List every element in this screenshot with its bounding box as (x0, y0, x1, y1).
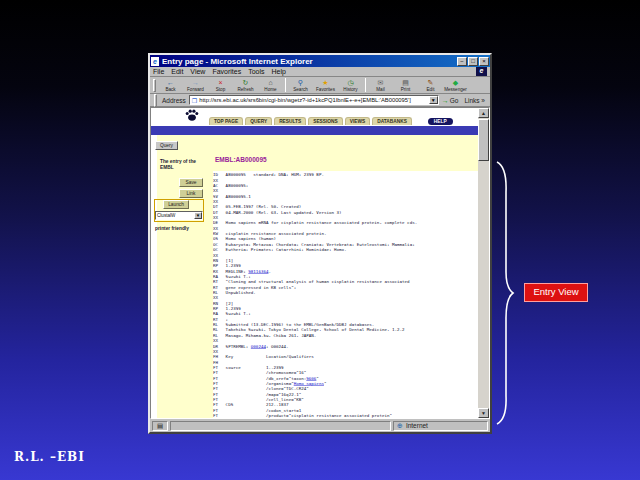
save-button[interactable]: Save (179, 178, 203, 187)
toolbar-button-forward[interactable]: →Forward (183, 77, 208, 93)
header-band (213, 135, 478, 171)
toolbar-button-home[interactable]: ⌂Home (258, 77, 283, 93)
scrollbar-thumb[interactable] (478, 119, 489, 161)
address-field[interactable]: ❐ http://srs.ebi.ac.uk/srs6bin/cgi-bin/w… (189, 95, 439, 105)
entry-link[interactable]: O00244 (251, 343, 266, 348)
entry-text: FT /db_xref="taxon: (213, 375, 306, 380)
printer-friendly-link[interactable]: printer friendly (155, 226, 189, 231)
status-message (170, 421, 391, 431)
links-button[interactable]: Links » (464, 97, 485, 104)
entry-text: FT /chromosome="16" (213, 370, 306, 375)
entry-text: RL Submitted (13-DEC-1996) to the EMBL/G… (213, 322, 374, 327)
menu-item-help[interactable]: Help (272, 68, 286, 75)
scroll-up-icon[interactable]: ▲ (478, 108, 489, 118)
launch-select[interactable]: ClustalW ▼ (155, 211, 203, 220)
mail-icon: ✉ (378, 79, 384, 86)
select-dropdown-icon[interactable]: ▼ (194, 212, 202, 219)
entry-text: SV AB000095.1 (213, 193, 251, 198)
sidebar-note-line2: EMBL (160, 165, 196, 171)
go-label: Go (450, 97, 459, 104)
entry-link[interactable]: 98116364 (248, 268, 268, 273)
toolbar-button-refresh[interactable]: ↻Refresh (233, 77, 258, 93)
scroll-down-icon[interactable]: ▼ (478, 408, 489, 418)
title-bar[interactable]: e Entry page - Microsoft Internet Explor… (150, 55, 490, 67)
toolbar-button-mail[interactable]: ✉Mail (368, 77, 393, 93)
sidebar-note: The entry of the EMBL (160, 159, 196, 171)
ie-throbber-icon: e (476, 67, 487, 76)
entry-text: RT gene expressed in KB cells"; (213, 284, 296, 289)
toolbar-grab-handle[interactable] (153, 79, 156, 92)
entry-text: RL Takehiko Suzuki, Tokyo Dental College… (213, 327, 405, 332)
entry-text: XX (213, 226, 218, 231)
entry-text: RT ; (213, 316, 228, 321)
print-icon: ▤ (402, 79, 409, 86)
toolbar: ←Back→Forward×Stop↻Refresh⌂Home⚲Search★F… (150, 77, 490, 94)
menu-item-tools[interactable]: Tools (248, 68, 264, 75)
query-button[interactable]: Query (155, 141, 178, 150)
entry-text: DT 04-MAR-2000 (Rel. 63, Last updated, V… (213, 209, 342, 214)
go-button[interactable]: → Go (442, 97, 459, 104)
entry-text: XX (213, 215, 218, 220)
entry-text: " (324, 381, 327, 386)
entry-text: DE Homo sapiens mRNA for cisplatin resis… (213, 220, 417, 225)
entry-text: RX MEDLINE; (213, 268, 248, 273)
status-bar: ▤ ⊕ Internet (150, 419, 490, 432)
zone-label: Internet (406, 422, 428, 429)
addressbar-grab-handle[interactable] (154, 94, 157, 107)
go-arrow-icon: → (442, 97, 449, 104)
banner-title: Test Entry | Emb Orfs (213, 110, 269, 116)
toolbar-button-favorites[interactable]: ★Favorites (313, 77, 338, 93)
home-icon: ⌂ (268, 79, 272, 86)
toolbar-button-history[interactable]: ◷History (338, 77, 363, 93)
entry-text: XX (213, 252, 218, 257)
toolbar-label-back: Back (165, 87, 175, 92)
embl-entry-text: ID AB000095 standard; DNA; HUM; 2399 BP.… (213, 172, 483, 418)
maximize-button[interactable]: □ (468, 57, 478, 66)
tab-sessions[interactable]: SESSIONS (308, 117, 343, 125)
tab-results[interactable]: RESULTS (274, 117, 306, 125)
address-bar: Address ❐ http://srs.ebi.ac.uk/srs6bin/c… (150, 94, 490, 107)
tab-query[interactable]: QUERY (245, 117, 272, 125)
tab-help[interactable]: HELP (428, 118, 453, 125)
address-url[interactable]: http://srs.ebi.ac.uk/srs6bin/cgi-bin/wge… (199, 97, 428, 103)
entry-text: RA Suzuki T.; (213, 274, 251, 279)
entry-text: " (316, 375, 319, 380)
slide-credit: R.L. –EBI (14, 450, 85, 464)
entry-text: FT CDS 212..1837 (213, 402, 289, 407)
forward-icon: → (192, 79, 199, 86)
entry-text: FT source 1..2399 (213, 365, 284, 370)
entry-text: XX (213, 349, 218, 354)
entry-text: RT "Cloning and structural analysis of h… (213, 279, 410, 284)
entry-line: FT /product="cisplatin resistance associ… (213, 413, 483, 418)
toolbar-label-stop: Stop (216, 87, 225, 92)
entry-link[interactable]: 9606 (306, 375, 316, 380)
minimize-button[interactable]: − (457, 57, 467, 66)
entry-text: FT /codon_start=1 (213, 407, 301, 412)
browser-window: e Entry page - Microsoft Internet Explor… (148, 53, 492, 434)
address-dropdown-icon[interactable]: ▼ (429, 96, 438, 104)
link-button[interactable]: Link (179, 189, 203, 198)
toolbar-buttons: ←Back→Forward×Stop↻Refresh⌂Home⚲Search★F… (158, 77, 468, 93)
tab-views[interactable]: VIEWS (345, 117, 370, 125)
toolbar-button-stop[interactable]: ×Stop (208, 77, 233, 93)
menu-item-favorites[interactable]: Favorites (212, 68, 241, 75)
entry-text: XX (213, 199, 218, 204)
entry-text: KW cisplatin resistance associated prote… (213, 231, 326, 236)
toolbar-button-search[interactable]: ⚲Search (288, 77, 313, 93)
close-button[interactable]: × (479, 57, 489, 66)
toolbar-button-edit[interactable]: ✎Edit (418, 77, 443, 93)
toolbar-button-back[interactable]: ←Back (158, 77, 183, 93)
menu-item-view[interactable]: View (190, 68, 205, 75)
tab-databanks[interactable]: DATABANKS (372, 117, 412, 125)
menu-item-file[interactable]: File (153, 68, 164, 75)
menu-item-edit[interactable]: Edit (171, 68, 183, 75)
launch-button[interactable]: Launch (163, 200, 189, 209)
vertical-scrollbar[interactable]: ▲ ▼ (478, 108, 489, 418)
toolbar-label-home: Home (264, 87, 276, 92)
tab-top-page[interactable]: TOP PAGE (209, 117, 243, 125)
toolbar-button-print[interactable]: ▤Print (393, 77, 418, 93)
entry-link[interactable]: Homo sapiens (294, 381, 324, 386)
toolbar-button-messenger[interactable]: ◆Messenger (443, 77, 468, 93)
nav-tabs: TOP PAGEQUERYRESULTSSESSIONSVIEWSDATABAN… (209, 117, 453, 125)
toolbar-label-history: History (343, 87, 357, 92)
